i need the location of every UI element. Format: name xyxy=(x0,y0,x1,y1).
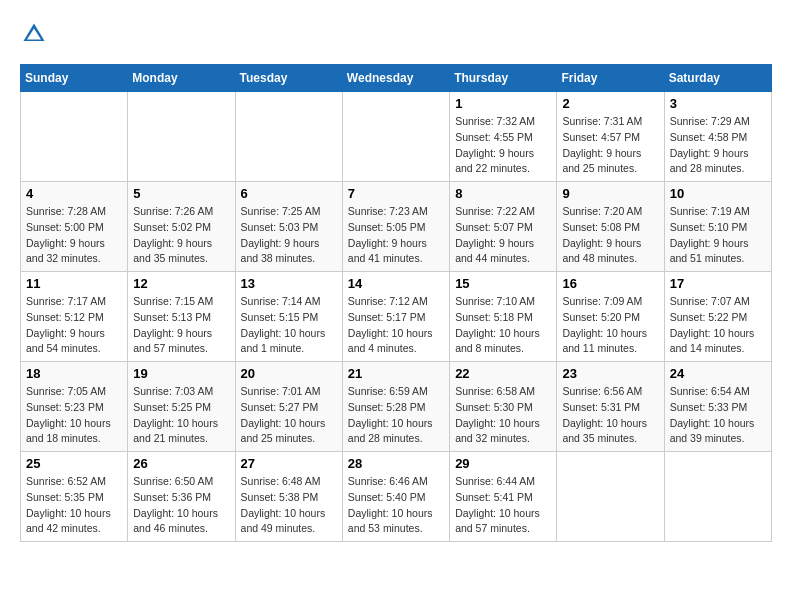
calendar-day-cell xyxy=(557,452,664,542)
calendar-day-cell: 2Sunrise: 7:31 AMSunset: 4:57 PMDaylight… xyxy=(557,92,664,182)
day-number: 16 xyxy=(562,276,658,291)
calendar-day-cell: 21Sunrise: 6:59 AMSunset: 5:28 PMDayligh… xyxy=(342,362,449,452)
calendar-day-cell: 27Sunrise: 6:48 AMSunset: 5:38 PMDayligh… xyxy=(235,452,342,542)
day-number: 12 xyxy=(133,276,229,291)
weekday-header-row: SundayMondayTuesdayWednesdayThursdayFrid… xyxy=(21,65,772,92)
day-number: 29 xyxy=(455,456,551,471)
calendar-day-cell: 4Sunrise: 7:28 AMSunset: 5:00 PMDaylight… xyxy=(21,182,128,272)
calendar-day-cell: 18Sunrise: 7:05 AMSunset: 5:23 PMDayligh… xyxy=(21,362,128,452)
day-info: Sunrise: 6:58 AMSunset: 5:30 PMDaylight:… xyxy=(455,384,551,447)
day-number: 5 xyxy=(133,186,229,201)
weekday-header: Tuesday xyxy=(235,65,342,92)
day-number: 13 xyxy=(241,276,337,291)
day-number: 17 xyxy=(670,276,766,291)
day-number: 14 xyxy=(348,276,444,291)
day-number: 10 xyxy=(670,186,766,201)
day-info: Sunrise: 7:31 AMSunset: 4:57 PMDaylight:… xyxy=(562,114,658,177)
calendar-day-cell xyxy=(128,92,235,182)
calendar-day-cell xyxy=(235,92,342,182)
day-info: Sunrise: 6:44 AMSunset: 5:41 PMDaylight:… xyxy=(455,474,551,537)
day-info: Sunrise: 7:07 AMSunset: 5:22 PMDaylight:… xyxy=(670,294,766,357)
calendar-day-cell xyxy=(342,92,449,182)
day-info: Sunrise: 7:14 AMSunset: 5:15 PMDaylight:… xyxy=(241,294,337,357)
day-number: 2 xyxy=(562,96,658,111)
day-number: 21 xyxy=(348,366,444,381)
day-info: Sunrise: 6:59 AMSunset: 5:28 PMDaylight:… xyxy=(348,384,444,447)
calendar-week-row: 4Sunrise: 7:28 AMSunset: 5:00 PMDaylight… xyxy=(21,182,772,272)
day-number: 25 xyxy=(26,456,122,471)
day-info: Sunrise: 7:20 AMSunset: 5:08 PMDaylight:… xyxy=(562,204,658,267)
day-info: Sunrise: 7:12 AMSunset: 5:17 PMDaylight:… xyxy=(348,294,444,357)
logo xyxy=(20,20,52,48)
calendar-day-cell xyxy=(21,92,128,182)
calendar-table: SundayMondayTuesdayWednesdayThursdayFrid… xyxy=(20,64,772,542)
day-info: Sunrise: 7:05 AMSunset: 5:23 PMDaylight:… xyxy=(26,384,122,447)
calendar-day-cell: 19Sunrise: 7:03 AMSunset: 5:25 PMDayligh… xyxy=(128,362,235,452)
day-info: Sunrise: 7:15 AMSunset: 5:13 PMDaylight:… xyxy=(133,294,229,357)
day-info: Sunrise: 7:09 AMSunset: 5:20 PMDaylight:… xyxy=(562,294,658,357)
day-number: 9 xyxy=(562,186,658,201)
calendar-day-cell: 16Sunrise: 7:09 AMSunset: 5:20 PMDayligh… xyxy=(557,272,664,362)
logo-icon xyxy=(20,20,48,48)
day-info: Sunrise: 7:01 AMSunset: 5:27 PMDaylight:… xyxy=(241,384,337,447)
day-info: Sunrise: 7:19 AMSunset: 5:10 PMDaylight:… xyxy=(670,204,766,267)
day-info: Sunrise: 6:54 AMSunset: 5:33 PMDaylight:… xyxy=(670,384,766,447)
calendar-week-row: 1Sunrise: 7:32 AMSunset: 4:55 PMDaylight… xyxy=(21,92,772,182)
weekday-header: Sunday xyxy=(21,65,128,92)
day-info: Sunrise: 6:48 AMSunset: 5:38 PMDaylight:… xyxy=(241,474,337,537)
day-info: Sunrise: 7:17 AMSunset: 5:12 PMDaylight:… xyxy=(26,294,122,357)
day-number: 7 xyxy=(348,186,444,201)
weekday-header: Thursday xyxy=(450,65,557,92)
calendar-week-row: 11Sunrise: 7:17 AMSunset: 5:12 PMDayligh… xyxy=(21,272,772,362)
weekday-header: Monday xyxy=(128,65,235,92)
day-number: 4 xyxy=(26,186,122,201)
calendar-week-row: 18Sunrise: 7:05 AMSunset: 5:23 PMDayligh… xyxy=(21,362,772,452)
calendar-day-cell: 23Sunrise: 6:56 AMSunset: 5:31 PMDayligh… xyxy=(557,362,664,452)
day-info: Sunrise: 7:03 AMSunset: 5:25 PMDaylight:… xyxy=(133,384,229,447)
calendar-day-cell: 8Sunrise: 7:22 AMSunset: 5:07 PMDaylight… xyxy=(450,182,557,272)
calendar-day-cell: 7Sunrise: 7:23 AMSunset: 5:05 PMDaylight… xyxy=(342,182,449,272)
calendar-day-cell xyxy=(664,452,771,542)
calendar-day-cell: 6Sunrise: 7:25 AMSunset: 5:03 PMDaylight… xyxy=(235,182,342,272)
calendar-day-cell: 11Sunrise: 7:17 AMSunset: 5:12 PMDayligh… xyxy=(21,272,128,362)
day-number: 15 xyxy=(455,276,551,291)
day-info: Sunrise: 7:23 AMSunset: 5:05 PMDaylight:… xyxy=(348,204,444,267)
day-number: 19 xyxy=(133,366,229,381)
weekday-header: Friday xyxy=(557,65,664,92)
day-number: 23 xyxy=(562,366,658,381)
day-number: 3 xyxy=(670,96,766,111)
calendar-day-cell: 29Sunrise: 6:44 AMSunset: 5:41 PMDayligh… xyxy=(450,452,557,542)
day-number: 20 xyxy=(241,366,337,381)
day-number: 24 xyxy=(670,366,766,381)
calendar-day-cell: 10Sunrise: 7:19 AMSunset: 5:10 PMDayligh… xyxy=(664,182,771,272)
day-number: 22 xyxy=(455,366,551,381)
calendar-week-row: 25Sunrise: 6:52 AMSunset: 5:35 PMDayligh… xyxy=(21,452,772,542)
day-number: 11 xyxy=(26,276,122,291)
calendar-day-cell: 25Sunrise: 6:52 AMSunset: 5:35 PMDayligh… xyxy=(21,452,128,542)
calendar-day-cell: 5Sunrise: 7:26 AMSunset: 5:02 PMDaylight… xyxy=(128,182,235,272)
day-number: 8 xyxy=(455,186,551,201)
day-number: 1 xyxy=(455,96,551,111)
calendar-day-cell: 9Sunrise: 7:20 AMSunset: 5:08 PMDaylight… xyxy=(557,182,664,272)
day-number: 18 xyxy=(26,366,122,381)
day-info: Sunrise: 7:28 AMSunset: 5:00 PMDaylight:… xyxy=(26,204,122,267)
calendar-day-cell: 22Sunrise: 6:58 AMSunset: 5:30 PMDayligh… xyxy=(450,362,557,452)
calendar-day-cell: 1Sunrise: 7:32 AMSunset: 4:55 PMDaylight… xyxy=(450,92,557,182)
day-info: Sunrise: 7:26 AMSunset: 5:02 PMDaylight:… xyxy=(133,204,229,267)
calendar-day-cell: 17Sunrise: 7:07 AMSunset: 5:22 PMDayligh… xyxy=(664,272,771,362)
day-info: Sunrise: 6:46 AMSunset: 5:40 PMDaylight:… xyxy=(348,474,444,537)
calendar-day-cell: 15Sunrise: 7:10 AMSunset: 5:18 PMDayligh… xyxy=(450,272,557,362)
day-number: 27 xyxy=(241,456,337,471)
calendar-day-cell: 14Sunrise: 7:12 AMSunset: 5:17 PMDayligh… xyxy=(342,272,449,362)
calendar-day-cell: 26Sunrise: 6:50 AMSunset: 5:36 PMDayligh… xyxy=(128,452,235,542)
calendar-day-cell: 13Sunrise: 7:14 AMSunset: 5:15 PMDayligh… xyxy=(235,272,342,362)
calendar-day-cell: 24Sunrise: 6:54 AMSunset: 5:33 PMDayligh… xyxy=(664,362,771,452)
page-header xyxy=(20,20,772,48)
day-number: 6 xyxy=(241,186,337,201)
day-info: Sunrise: 7:25 AMSunset: 5:03 PMDaylight:… xyxy=(241,204,337,267)
calendar-day-cell: 20Sunrise: 7:01 AMSunset: 5:27 PMDayligh… xyxy=(235,362,342,452)
day-number: 26 xyxy=(133,456,229,471)
day-info: Sunrise: 7:22 AMSunset: 5:07 PMDaylight:… xyxy=(455,204,551,267)
weekday-header: Wednesday xyxy=(342,65,449,92)
day-info: Sunrise: 6:56 AMSunset: 5:31 PMDaylight:… xyxy=(562,384,658,447)
